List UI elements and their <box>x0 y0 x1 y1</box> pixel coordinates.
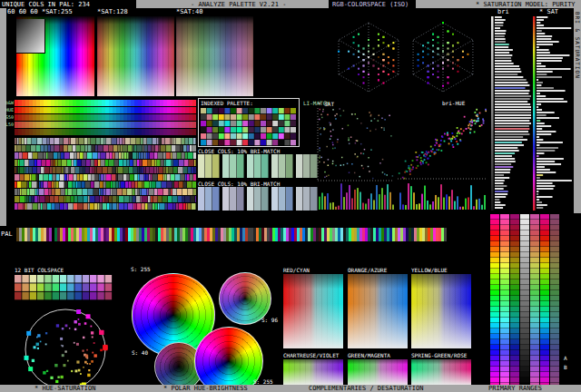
palette-strips-canvas <box>15 100 196 211</box>
comp-label-yellow-blue: YELLOW/BLUE <box>411 267 448 273</box>
footer-complementaries: COMPLEMENTARIES / DESATURATION <box>309 385 423 392</box>
map-b-label: *SAT:128 <box>97 8 128 15</box>
bar-letter-a: A <box>564 355 567 361</box>
sat-histogram-label: * SAT <box>539 8 558 15</box>
close-cols-canvas-2 <box>198 187 318 211</box>
indexed-palette-title: INDEXED PALETTE: <box>201 100 253 106</box>
bri-saturation-vertical-label: BRI & SATURATION <box>574 12 581 79</box>
comp-square <box>283 359 343 385</box>
analyze-palette-screen: UNIQUE COLS IN PAL: 234 - ANALYZE PALETT… <box>0 0 581 392</box>
pal-label: PAL <box>1 230 13 238</box>
hue-sat-map-40 <box>176 16 253 96</box>
comp-square <box>348 274 408 348</box>
colorspace-header-label: RGB-COLORSPACE (ISO) <box>332 1 409 8</box>
footer-hue-saturation: * HUE-SATURATION <box>34 385 95 392</box>
huesat-circle-canvas <box>13 305 118 385</box>
primary-bars-canvas <box>490 214 561 385</box>
strip-row-label-bw: b&W <box>5 100 14 105</box>
colspace-12bit-label: 12 BIT COLSPACE <box>15 267 64 273</box>
comp-square <box>348 359 408 385</box>
indexed-palette-box: INDEXED PALETTE: <box>198 98 300 147</box>
comp-label-springgreen-rose: SPRING-GREEN/ROSE <box>411 352 467 358</box>
close-cols-label-2: CLOSE COLS: 10% BRI-MATCH <box>198 181 280 187</box>
map-c-label: *SAT:40 <box>176 8 203 15</box>
saturation-model-label: * SATURATION MODEL: PURITY <box>476 1 576 8</box>
pal-strip-canvas[interactable] <box>16 228 448 241</box>
hue-sat-map-255 <box>16 16 94 96</box>
comp-label-chartreuse-violet: CHARTREUSE/VIOLET <box>283 352 339 358</box>
comp-label-red-cyan: RED/CYAN <box>283 267 310 273</box>
comp-label-orange-azure: ORANGE/AZURE <box>348 267 387 273</box>
bri-hue-label: bri-HUE <box>442 100 465 106</box>
comp-square <box>411 274 471 348</box>
footer-polar: * POLAR HUE-BRIGHTNESS <box>163 385 248 392</box>
unique-cols-label: UNIQUE COLS IN PAL: 234 <box>2 1 90 8</box>
strip-row-label-l50: L50 <box>5 122 14 127</box>
sat-histogram-canvas <box>533 16 573 211</box>
comp-label-green-magenta: GREEN/MAGENTA <box>348 352 390 358</box>
app-title: - ANALYZE PALETTE V2.21 - <box>191 1 286 8</box>
rgb-cubes-canvas <box>329 15 485 99</box>
indexed-palette-canvas[interactable] <box>201 108 297 146</box>
close-cols-canvas-1 <box>198 154 318 178</box>
strip-row-label-hue: HUE <box>5 107 14 113</box>
grid12-canvas <box>15 275 113 300</box>
wheel-label-40: S: 40 <box>132 349 148 356</box>
map-a-label: 60 60 60 *SAT:255 <box>7 8 73 15</box>
hue-sat-map-128 <box>97 16 174 96</box>
bri-histogram-label: bri <box>497 8 509 15</box>
bar-letter-b: B <box>564 364 567 370</box>
sat-scatter-label: * SAT <box>318 101 334 107</box>
strip-row-label-s50: S50 <box>5 114 14 120</box>
gray-ramp-block <box>16 19 45 54</box>
sat-scatter-canvas <box>314 108 396 211</box>
wheel-label-96: S: 96 <box>261 317 278 323</box>
comp-square <box>411 359 471 385</box>
bri-histogram-canvas <box>491 16 531 211</box>
footer-primary-ranges: PRIMARY RANGES <box>488 385 542 392</box>
wheel-label-255: S: 255 <box>131 266 151 272</box>
right-side-strip: BRI & SATURATION <box>574 8 581 213</box>
comp-square <box>283 274 343 348</box>
close-cols-label-1: CLOSE COLS: 10% BRI-MATCH <box>198 148 280 154</box>
brihue-scatter-canvas <box>398 108 487 211</box>
wheel-label-255b: S: 255 <box>253 378 273 385</box>
